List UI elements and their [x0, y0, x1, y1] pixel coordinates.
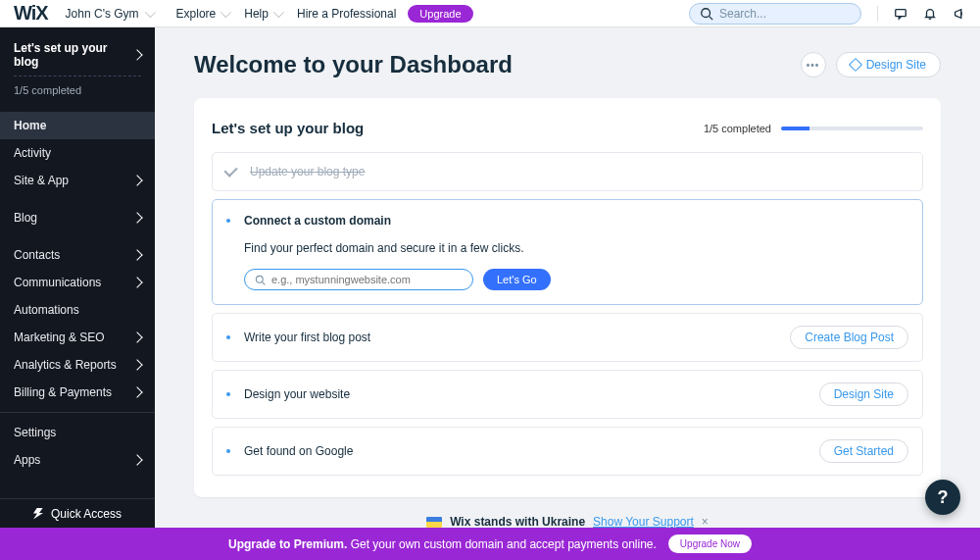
topbar: WiX John C's Gym Explore Help Hire a Pro…: [0, 0, 980, 27]
bolt-icon: [33, 508, 43, 520]
svg-rect-2: [896, 9, 906, 16]
wix-logo[interactable]: WiX: [14, 2, 48, 25]
setup-card: Let's set up your blog 1/5 completed Upd…: [194, 98, 941, 497]
dashed-divider: [14, 76, 141, 76]
page-title: Welcome to your Dashboard: [194, 51, 513, 78]
dot-icon: [226, 335, 230, 339]
svg-point-3: [256, 276, 263, 282]
sidebar-item-communications[interactable]: Communications: [0, 269, 155, 296]
step-label: Connect a custom domain: [244, 214, 908, 228]
topbar-links: Explore Help Hire a Professional: [176, 7, 397, 21]
upgrade-banner: Upgrade to Premium. Get your own custom …: [0, 528, 980, 560]
step-label: Design your website: [244, 387, 350, 401]
step-post[interactable]: Write your first blog post Create Blog P…: [212, 313, 923, 362]
chevron-right-icon: [131, 212, 142, 223]
sidebar: Let's set up your blog 1/5 completed Hom…: [0, 27, 155, 560]
sidebar-item-activity[interactable]: Activity: [0, 139, 155, 167]
site-name: John C's Gym: [66, 7, 139, 21]
pencil-icon: [849, 58, 862, 72]
svg-line-4: [263, 281, 266, 284]
bell-icon[interactable]: [923, 7, 937, 21]
create-post-button[interactable]: Create Blog Post: [790, 326, 908, 349]
sidebar-item-marketing[interactable]: Marketing & SEO: [0, 324, 155, 351]
sidebar-item-settings[interactable]: Settings: [0, 419, 155, 446]
step-design[interactable]: Design your website Design Site: [212, 370, 923, 419]
domain-input[interactable]: [244, 269, 473, 290]
quick-access-button[interactable]: Quick Access: [0, 498, 155, 528]
svg-point-0: [702, 8, 710, 17]
sidebar-item-billing[interactable]: Billing & Payments: [0, 379, 155, 406]
main-content: Welcome to your Dashboard ••• Design Sit…: [155, 27, 980, 528]
search-icon: [255, 275, 266, 285]
chevron-right-icon: [131, 359, 142, 370]
sidebar-item-automations[interactable]: Automations: [0, 296, 155, 324]
sidebar-item-analytics[interactable]: Analytics & Reports: [0, 351, 155, 379]
chevron-right-icon: [131, 454, 142, 465]
site-selector[interactable]: John C's Gym: [66, 7, 153, 21]
dot-icon: [226, 219, 230, 223]
check-icon: [224, 164, 238, 178]
sidebar-progress: 1/5 completed: [14, 84, 141, 96]
sidebar-divider: [0, 412, 155, 413]
chevron-right-icon: [131, 175, 142, 185]
card-title: Let's set up your blog: [212, 120, 364, 136]
chevron-down-icon: [273, 6, 284, 17]
banner-text: Upgrade to Premium. Get your own custom …: [228, 537, 657, 551]
sidebar-item-apps[interactable]: Apps: [0, 446, 155, 474]
chevron-right-icon: [131, 277, 142, 287]
sidebar-item-home[interactable]: Home: [0, 112, 155, 139]
search-input[interactable]: Search...: [689, 3, 861, 25]
step-google[interactable]: Get found on Google Get Started: [212, 427, 923, 476]
upgrade-now-button[interactable]: Upgrade Now: [668, 535, 752, 553]
chevron-down-icon: [220, 6, 231, 17]
chevron-right-icon: [131, 249, 142, 260]
chevron-down-icon: [144, 6, 155, 17]
progress-bar: [781, 127, 923, 130]
close-icon[interactable]: ×: [702, 515, 709, 528]
chevron-right-icon: [131, 386, 142, 397]
design-site-button[interactable]: Design Site: [836, 52, 941, 77]
chevron-right-icon: [131, 49, 142, 60]
ukraine-link[interactable]: Show Your Support: [593, 515, 694, 528]
more-button[interactable]: •••: [801, 52, 826, 77]
help-fab[interactable]: ?: [925, 480, 960, 515]
step-desc: Find your perfect domain and secure it i…: [244, 241, 908, 255]
step-label: Update your blog type: [250, 165, 365, 178]
ukraine-text: Wix stands with Ukraine: [450, 515, 585, 528]
progress: 1/5 completed: [704, 123, 923, 134]
dot-icon: [226, 449, 230, 453]
design-site-step-button[interactable]: Design Site: [819, 382, 908, 406]
ukraine-flag-icon: [426, 517, 442, 528]
megaphone-icon[interactable]: [953, 7, 966, 21]
divider: [877, 6, 878, 22]
progress-text: 1/5 completed: [704, 123, 771, 134]
sidebar-title: Let's set up your blog: [14, 41, 133, 69]
nav-hire[interactable]: Hire a Professional: [297, 7, 396, 21]
nav-help[interactable]: Help: [244, 7, 281, 21]
step-done[interactable]: Update your blog type: [212, 152, 923, 191]
upgrade-pill[interactable]: Upgrade: [408, 5, 472, 23]
lets-go-button[interactable]: Let's Go: [483, 269, 551, 290]
sidebar-item-site-app[interactable]: Site & App: [0, 167, 155, 194]
sidebar-item-blog[interactable]: Blog: [0, 204, 155, 231]
domain-input-field[interactable]: [271, 274, 463, 285]
step-label: Write your first blog post: [244, 331, 370, 344]
chevron-right-icon: [131, 331, 142, 342]
search-placeholder: Search...: [719, 7, 766, 21]
get-started-button[interactable]: Get Started: [819, 439, 908, 463]
dot-icon: [226, 392, 230, 396]
chat-icon[interactable]: [894, 7, 907, 21]
sidebar-header[interactable]: Let's set up your blog 1/5 completed: [0, 27, 155, 106]
step-label: Get found on Google: [244, 444, 353, 458]
search-icon: [700, 7, 713, 21]
ukraine-banner: Wix stands with Ukraine Show Your Suppor…: [194, 515, 941, 528]
step-domain: Connect a custom domain Find your perfec…: [212, 199, 923, 305]
svg-line-1: [710, 16, 713, 20]
sidebar-item-contacts[interactable]: Contacts: [0, 241, 155, 269]
nav-explore[interactable]: Explore: [176, 7, 229, 21]
